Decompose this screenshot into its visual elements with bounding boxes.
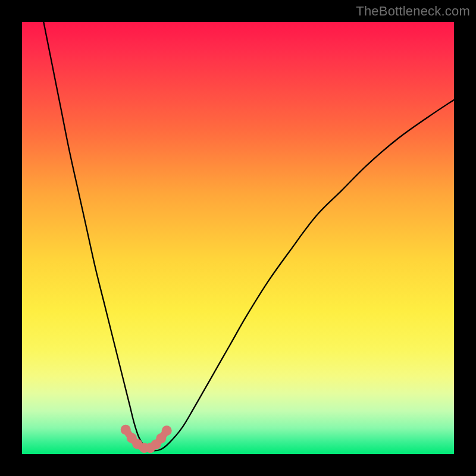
- chart-markers: [121, 425, 172, 453]
- watermark-text: TheBottleneck.com: [356, 4, 470, 19]
- chart-frame: TheBottleneck.com: [0, 0, 476, 476]
- curve-layer: [22, 22, 454, 454]
- chart-curve: [43, 22, 454, 450]
- svg-point-0: [121, 425, 131, 435]
- plot-area: [22, 22, 454, 454]
- svg-point-7: [162, 425, 172, 436]
